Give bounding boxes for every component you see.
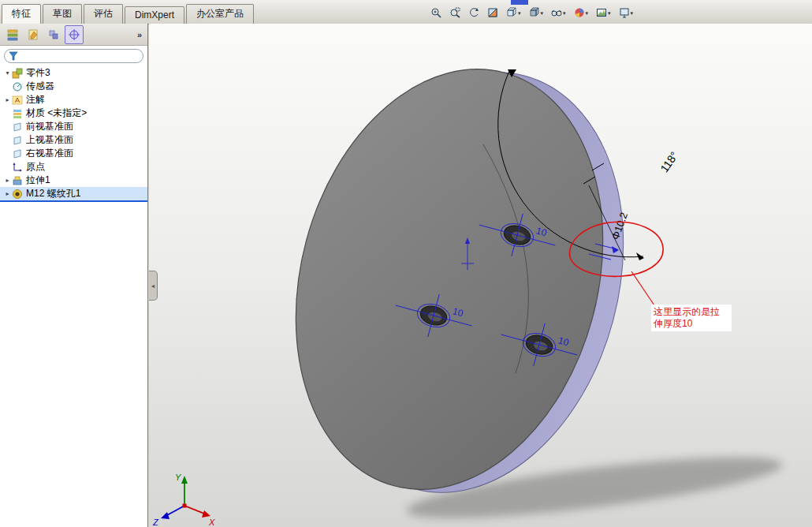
- ribbon-tabs: 特征 草图 评估 DimXpert 办公室产品: [2, 4, 255, 24]
- annotations-icon: [12, 95, 26, 106]
- expander-icon[interactable]: ▸: [3, 190, 12, 197]
- zoom-to-area-icon[interactable]: [447, 6, 463, 20]
- tree-item-label: 前视基准面: [26, 120, 73, 133]
- tree-item-label: 零件3: [26, 66, 50, 80]
- tree-item-label: 原点: [26, 160, 45, 174]
- extrude-feature-icon: [12, 175, 26, 186]
- panel-overflow-chevron[interactable]: »: [137, 30, 144, 39]
- tree-item-sensors[interactable]: 传感器: [0, 80, 147, 93]
- origin-icon: [12, 162, 26, 173]
- scene-picture-glyph: [596, 7, 607, 18]
- orientation-triad: Y X Z: [152, 473, 215, 527]
- feature-tree: ▾ 零件3 传感器 ▸: [0, 65, 147, 202]
- expander-icon[interactable]: ▸: [3, 177, 12, 184]
- feature-manager-panel: » ▾ 零件3: [0, 24, 148, 527]
- expander-icon[interactable]: ▾: [3, 69, 12, 77]
- ribbon-tab-bar: 特征 草图 评估 DimXpert 办公室产品: [0, 0, 812, 24]
- feature-tree-panel: ▾ 零件3 传感器 ▸: [0, 46, 147, 527]
- heads-up-toolbar: ▾ ▾ ▾: [428, 6, 635, 20]
- shaded-cube-glyph: [529, 7, 540, 18]
- target-icon: [68, 28, 80, 41]
- tree-item-annotations[interactable]: ▸ 注解: [0, 93, 147, 107]
- tab-features[interactable]: 特征: [2, 4, 41, 24]
- glasses-glyph: [551, 7, 562, 18]
- tab-office-products[interactable]: 办公室产品: [186, 4, 254, 24]
- tab-dimxpert[interactable]: DimXpert: [125, 6, 184, 24]
- apply-scene-icon[interactable]: ▾: [594, 6, 613, 20]
- hole-feature-icon: [12, 189, 26, 200]
- tab-sketch[interactable]: 草图: [43, 4, 82, 24]
- display-style-icon[interactable]: ▾: [527, 6, 546, 20]
- curved-arrow-glyph: [468, 7, 479, 18]
- dropdown-arrow-icon[interactable]: ▾: [541, 10, 544, 16]
- tree-item-front-plane[interactable]: 前视基准面: [0, 120, 147, 133]
- dimxpert-manager-tab[interactable]: [65, 25, 84, 44]
- zoom-to-fit-icon[interactable]: [428, 6, 444, 20]
- section-view-icon[interactable]: [485, 6, 501, 20]
- dropdown-arrow-icon[interactable]: ▾: [586, 10, 589, 16]
- magnifier-glyph: [449, 7, 460, 18]
- tree-item-extrude1[interactable]: ▸ 拉伸1: [0, 174, 147, 187]
- triad-y-label: Y: [175, 473, 181, 482]
- dropdown-arrow-icon[interactable]: ▾: [631, 10, 634, 16]
- edit-appearance-icon[interactable]: ▾: [572, 6, 591, 20]
- tree-item-top-plane[interactable]: 上视基准面: [0, 133, 147, 147]
- tree-item-m12-tapped-hole[interactable]: ▸ M12 螺纹孔1: [0, 187, 147, 202]
- property-clipboard-icon: [27, 28, 39, 41]
- tree-item-material[interactable]: 材质 <未指定>: [0, 107, 147, 120]
- wire-cube-glyph: [506, 7, 517, 18]
- material-icon: [12, 108, 26, 119]
- plane-icon: [12, 148, 26, 159]
- note-line2: 伸厚度10: [653, 318, 693, 329]
- feature-manager-tab[interactable]: [3, 25, 22, 44]
- tree-item-label: 拉伸1: [26, 174, 50, 187]
- sensor-icon: [12, 81, 26, 92]
- magnifier-plus-glyph: [430, 7, 441, 18]
- plane-icon: [12, 121, 26, 133]
- solidworks-window: 特征 草图 评估 DimXpert 办公室产品: [0, 0, 812, 527]
- configurations-icon: [47, 28, 60, 41]
- tree-item-label: 上视基准面: [26, 133, 73, 147]
- color-sphere-glyph: [574, 7, 585, 18]
- tab-evaluate[interactable]: 评估: [84, 4, 123, 24]
- collapse-arrow-icon: ◂: [151, 282, 155, 290]
- expander-icon[interactable]: ▸: [3, 96, 12, 103]
- triad-z-label: Z: [152, 518, 159, 527]
- panel-collapse-handle[interactable]: ◂: [149, 271, 158, 301]
- plane-icon: [12, 135, 26, 146]
- tree-item-label: 材质 <未指定>: [26, 107, 87, 120]
- tree-item-right-plane[interactable]: 右视基准面: [0, 147, 147, 160]
- tree-item-label: 右视基准面: [26, 147, 73, 160]
- note-line1: 这里显示的是拉: [654, 306, 720, 317]
- filter-funnel-icon: [9, 51, 18, 61]
- dropdown-arrow-icon[interactable]: ▾: [563, 10, 566, 16]
- disc-front-face[interactable]: [251, 35, 647, 525]
- tree-item-label: 注解: [26, 93, 45, 107]
- property-manager-tab[interactable]: [24, 25, 43, 44]
- feature-tree-icon: [6, 28, 19, 41]
- hide-show-items-icon[interactable]: ▾: [549, 6, 568, 20]
- view-settings-icon[interactable]: ▾: [616, 6, 636, 20]
- section-cube-glyph: [487, 7, 498, 18]
- view-orientation-icon[interactable]: ▾: [504, 6, 523, 20]
- triad-x-label: X: [208, 518, 215, 527]
- manager-tab-strip: »: [0, 24, 147, 46]
- tree-item-label: M12 螺纹孔1: [26, 187, 80, 200]
- dropdown-arrow-icon[interactable]: ▾: [518, 10, 521, 16]
- tree-item-origin[interactable]: 原点: [0, 160, 147, 174]
- tree-root-part[interactable]: ▾ 零件3: [0, 66, 147, 80]
- tree-filter-box[interactable]: [4, 49, 143, 63]
- 3d-scene[interactable]: 10 10 10: [149, 24, 812, 527]
- previous-view-icon[interactable]: [466, 6, 482, 20]
- dropdown-arrow-icon[interactable]: ▾: [608, 10, 611, 16]
- part-icon: [12, 68, 26, 79]
- monitor-glyph: [619, 7, 630, 18]
- configuration-manager-tab[interactable]: [44, 25, 63, 44]
- graphics-area[interactable]: 10 10 10: [149, 24, 812, 527]
- tree-item-label: 传感器: [26, 80, 54, 93]
- titlebar-accent: [511, 0, 528, 5]
- angle-dimension-label[interactable]: 118°: [657, 149, 680, 174]
